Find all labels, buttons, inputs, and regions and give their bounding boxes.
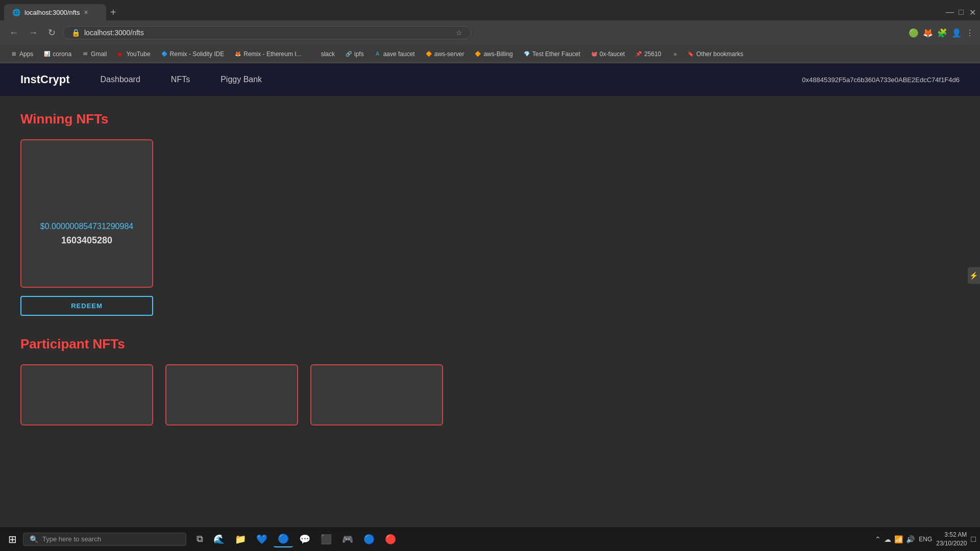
participant-cards bbox=[20, 364, 960, 425]
start-btn[interactable]: ⊞ bbox=[4, 531, 21, 547]
edge-btn[interactable]: 🌊 bbox=[209, 532, 229, 547]
nft-id: 1603405280 bbox=[61, 235, 112, 246]
task-view-btn[interactable]: ⧉ bbox=[192, 532, 207, 546]
winning-nfts-title: Winning NFTs bbox=[20, 111, 960, 127]
lightning-icon: ⚡ bbox=[970, 271, 978, 280]
lock-icon: 🔒 bbox=[71, 29, 80, 37]
extensions-btn[interactable]: 🧩 bbox=[937, 28, 947, 38]
nav-piggy-bank[interactable]: Piggy Bank bbox=[220, 75, 262, 84]
app7-btn[interactable]: 🎮 bbox=[338, 532, 357, 547]
reload-btn[interactable]: ↻ bbox=[45, 25, 59, 40]
bookmarks-bar: ⊞ Apps 📊 corona ✉ Gmail ▶ YouTube 🔷 Remi… bbox=[0, 45, 980, 63]
nav-nfts[interactable]: NFTs bbox=[171, 75, 190, 84]
app8-btn[interactable]: 🔵 bbox=[359, 532, 379, 547]
taskbar-search[interactable]: 🔍 Type here to search bbox=[23, 533, 186, 546]
nav-dashboard[interactable]: Dashboard bbox=[101, 75, 140, 84]
bookmark-aave[interactable]: A aave faucet bbox=[370, 49, 419, 59]
25610-icon: 📌 bbox=[635, 51, 642, 58]
0x-faucet-icon: 🐙 bbox=[591, 51, 598, 58]
bookmark-folder-icon: 🔖 bbox=[687, 51, 694, 58]
redeem-btn[interactable]: REDEEM bbox=[20, 296, 153, 316]
bookmark-gmail[interactable]: ✉ Gmail bbox=[78, 49, 111, 59]
chevron-up-icon[interactable]: ⌃ bbox=[875, 535, 881, 543]
address-bar[interactable]: 🔒 localhost:3000/nfts ☆ bbox=[63, 26, 471, 39]
app9-btn[interactable]: 🔴 bbox=[381, 532, 400, 547]
youtube-icon: ▶ bbox=[117, 51, 124, 58]
remix-eth-icon: 🦊 bbox=[234, 51, 241, 58]
aave-icon: A bbox=[374, 51, 381, 58]
bookmark-ipfs[interactable]: 🔗 ipfs bbox=[341, 49, 368, 59]
explorer-btn[interactable]: 📁 bbox=[231, 532, 250, 547]
forward-btn[interactable]: → bbox=[26, 26, 41, 40]
close-btn[interactable]: ✕ bbox=[969, 9, 976, 16]
chrome-btn[interactable]: 🔵 bbox=[274, 531, 293, 547]
bookmark-corona[interactable]: 📊 corona bbox=[39, 49, 76, 59]
ipfs-icon: 🔗 bbox=[345, 51, 352, 58]
network-icon: 📶 bbox=[894, 535, 903, 543]
tab-title: localhost:3000/nfts bbox=[24, 9, 80, 16]
tab-close-btn[interactable]: × bbox=[84, 8, 88, 16]
bookmark-apps[interactable]: ⊞ Apps bbox=[6, 49, 37, 59]
slack-icon: # bbox=[312, 51, 319, 58]
aws-server-icon: 🔶 bbox=[425, 51, 432, 58]
main-content: Winning NFTs $0.000000854731290984 16034… bbox=[0, 96, 980, 441]
participant-card-1 bbox=[20, 364, 153, 425]
bookmark-other[interactable]: 🔖 Other bookmarks bbox=[683, 49, 747, 59]
tab-favicon: 🌐 bbox=[12, 9, 20, 16]
bookmark-slack[interactable]: # slack bbox=[308, 49, 339, 59]
remix-solidity-icon: 🔷 bbox=[161, 51, 168, 58]
participant-card-2 bbox=[165, 364, 298, 425]
vs-code-btn[interactable]: 💙 bbox=[252, 532, 272, 547]
menu-btn[interactable]: ⋮ bbox=[966, 28, 974, 38]
back-btn[interactable]: ← bbox=[6, 26, 21, 40]
search-placeholder-text: Type here to search bbox=[42, 535, 101, 543]
winning-nfts-section: Winning NFTs $0.000000854731290984 16034… bbox=[20, 111, 960, 316]
time: 3:52 AM bbox=[936, 531, 967, 539]
winning-nft-card: $0.000000854731290984 1603405280 bbox=[20, 139, 153, 288]
address-text: localhost:3000/nfts bbox=[84, 29, 452, 37]
bookmark-25610[interactable]: 📌 25610 bbox=[631, 49, 665, 59]
taskbar-pinned-apps: ⧉ 🌊 📁 💙 🔵 💬 ⬛ 🎮 🔵 🔴 bbox=[192, 531, 400, 547]
bookmark-test-ether[interactable]: 💎 Test Ether Faucet bbox=[519, 49, 584, 59]
bookmark-youtube[interactable]: ▶ YouTube bbox=[113, 49, 154, 59]
bookmark-0x-faucet[interactable]: 🐙 0x-faucet bbox=[586, 49, 629, 59]
gmail-icon: ✉ bbox=[82, 51, 89, 58]
clock: 3:52 AM 23/10/2020 bbox=[936, 531, 967, 548]
cloud-icon: ☁ bbox=[884, 535, 891, 543]
discord-btn[interactable]: 💬 bbox=[295, 532, 314, 547]
nft-value: $0.000000854731290984 bbox=[40, 222, 133, 231]
terminal-btn[interactable]: ⬛ bbox=[316, 532, 336, 547]
participant-card-3 bbox=[310, 364, 443, 425]
minimize-btn[interactable]: — bbox=[946, 9, 953, 16]
bookmark-more[interactable]: » bbox=[670, 49, 681, 59]
bookmark-star-icon: ☆ bbox=[456, 29, 462, 37]
participant-nfts-title: Participant NFTs bbox=[20, 336, 960, 352]
bookmark-aws-server[interactable]: 🔶 aws-server bbox=[421, 49, 469, 59]
language-indicator: ENG bbox=[919, 536, 932, 543]
chrome-profile-icon: 🟢 bbox=[909, 28, 919, 38]
app-header: InstCrypt Dashboard NFTs Piggy Bank 0x48… bbox=[0, 63, 980, 96]
side-widget[interactable]: ⚡ bbox=[968, 267, 980, 284]
search-icon: 🔍 bbox=[30, 535, 38, 543]
wallet-address: 0x48845392F5a7c6b360A733e0ABE2EdcC74f1F4… bbox=[802, 76, 960, 84]
system-icons: ⌃ ☁ 📶 🔊 bbox=[875, 535, 915, 543]
apps-icon: ⊞ bbox=[10, 51, 17, 58]
taskbar-right: ⌃ ☁ 📶 🔊 ENG 3:52 AM 23/10/2020 □ bbox=[875, 531, 976, 548]
date: 23/10/2020 bbox=[936, 539, 967, 548]
aws-billing-icon: 🔶 bbox=[474, 51, 481, 58]
notification-btn[interactable]: □ bbox=[971, 535, 976, 544]
test-ether-icon: 💎 bbox=[523, 51, 530, 58]
corona-icon: 📊 bbox=[43, 51, 51, 58]
volume-icon[interactable]: 🔊 bbox=[906, 535, 915, 543]
bookmark-remix-eth[interactable]: 🦊 Remix - Ethereum I... bbox=[230, 49, 305, 59]
bookmark-aws-billing[interactable]: 🔶 aws-Billing bbox=[470, 49, 517, 59]
taskbar: ⊞ 🔍 Type here to search ⧉ 🌊 📁 💙 🔵 💬 ⬛ 🎮 … bbox=[0, 527, 980, 551]
profile-avatar[interactable]: 👤 bbox=[951, 28, 962, 38]
extension-icon: 🦊 bbox=[923, 28, 933, 38]
maximize-btn[interactable]: □ bbox=[958, 9, 965, 16]
bookmark-remix-solidity[interactable]: 🔷 Remix - Solidity IDE bbox=[157, 49, 229, 59]
app-logo: InstCrypt bbox=[20, 73, 70, 86]
active-tab[interactable]: 🌐 localhost:3000/nfts × bbox=[4, 4, 106, 20]
participant-nfts-section: Participant NFTs bbox=[20, 336, 960, 425]
new-tab-btn[interactable]: + bbox=[106, 7, 120, 18]
